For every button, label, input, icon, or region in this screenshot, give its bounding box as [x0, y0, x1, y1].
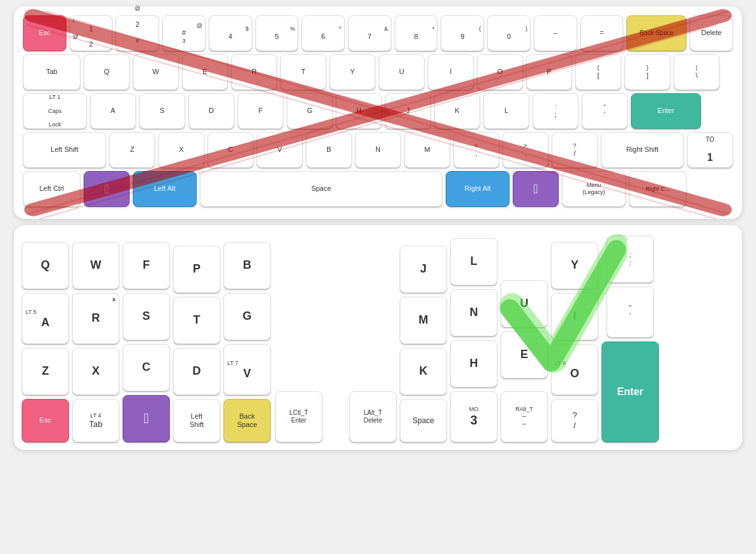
key-d[interactable]: D [188, 93, 234, 129]
key-right-ctrl[interactable]: Right C... [629, 171, 686, 207]
key-b-space[interactable]: Space [400, 399, 447, 442]
key-left-ctrl[interactable]: Left Ctrl [23, 171, 80, 207]
key-5[interactable]: % 5 [255, 15, 299, 51]
key-b-mo3[interactable]: MO 3 [450, 391, 497, 442]
key-right-shift[interactable]: Right Shift [601, 132, 684, 168]
key-b-lctl-enter[interactable]: LCtl_T Enter [275, 391, 322, 442]
key-b-w[interactable]: W [72, 242, 119, 289]
key-l[interactable]: L [483, 93, 529, 129]
key-tab[interactable]: Tab [23, 54, 80, 90]
key-0[interactable]: ) 0 [487, 15, 531, 51]
key-b-d[interactable]: D [173, 348, 220, 395]
key-left-alt[interactable]: Left Alt [133, 171, 197, 207]
key-n[interactable]: N [355, 132, 401, 168]
key-b-i[interactable]: I [551, 293, 598, 340]
key-quote[interactable]: "' [582, 93, 628, 129]
key-period[interactable]: >. [503, 132, 548, 168]
key-equals[interactable]: = [580, 15, 624, 51]
key-b-esc[interactable]: Esc [22, 399, 69, 442]
key-b-left-shift[interactable]: LeftShift [173, 399, 220, 442]
key-7[interactable]: & 7 [348, 15, 391, 51]
key-esc[interactable]: Esc [23, 15, 66, 51]
key-b-g[interactable]: G [223, 293, 271, 340]
key-enter-top[interactable]: Enter [631, 93, 701, 129]
key-b-slash[interactable]: ? / [551, 399, 598, 442]
key-8[interactable]: * 8 [395, 15, 438, 51]
key-delete[interactable]: Delete [690, 15, 733, 51]
key-slash[interactable]: ?/ [552, 132, 598, 168]
key-b-z[interactable]: Z [22, 348, 69, 395]
key-g[interactable]: G [287, 93, 333, 129]
key-b-f[interactable]: F [123, 242, 170, 289]
key-y[interactable]: Y [329, 54, 375, 90]
key-w[interactable]: W [133, 54, 179, 90]
key-apple-right[interactable]:  [513, 171, 559, 207]
key-z[interactable]: Z [109, 132, 155, 168]
key-menu[interactable]: Menu(Legacy) [562, 171, 626, 207]
key-b-y[interactable]: Y [551, 242, 598, 289]
key-semicolon[interactable]: :; [533, 93, 578, 129]
key-b-l[interactable]: L [450, 238, 497, 285]
key-b-r[interactable]: x R [72, 293, 119, 344]
key-q[interactable]: Q [84, 54, 130, 90]
key-b-ralt[interactable]: RAlt_T – – [501, 391, 548, 442]
key-4[interactable]: $ 4 [209, 15, 252, 51]
key-9[interactable]: ( 9 [441, 15, 484, 51]
key-1[interactable]: !1@2 [70, 15, 113, 51]
key-backspace-top[interactable]: Back Space [626, 15, 686, 51]
key-b-s[interactable]: S [123, 293, 170, 340]
key-b-c[interactable]: C [123, 344, 170, 391]
key-2[interactable]: @2#3 [116, 15, 159, 51]
key-p[interactable]: P [526, 54, 572, 90]
key-b-n[interactable]: N [450, 289, 497, 336]
key-to1[interactable]: TO1 [687, 132, 733, 168]
key-u[interactable]: U [379, 54, 425, 90]
key-b-lt4tab[interactable]: LT 4 Tab [72, 399, 119, 442]
key-b-x[interactable]: X [72, 348, 119, 395]
key-right-alt[interactable]: Right Alt [446, 171, 510, 207]
key-s[interactable]: S [139, 93, 185, 129]
key-lbracket[interactable]: {[ [575, 54, 621, 90]
key-b-u[interactable]: U [501, 280, 548, 327]
key-6[interactable]: ^ 6 [301, 15, 345, 51]
key-caps-lock[interactable]: LT 1CapsLock [23, 93, 87, 129]
key-j[interactable]: J [385, 93, 431, 129]
key-b-h[interactable]: H [450, 340, 497, 387]
key-3[interactable]: @ # 3 [162, 15, 206, 51]
key-v[interactable]: V [257, 132, 303, 168]
key-b-p[interactable]: P [173, 246, 220, 293]
key-b-apple[interactable]:  [123, 395, 170, 442]
key-b-b[interactable]: B [223, 242, 271, 289]
key-r[interactable]: R [231, 54, 277, 90]
key-o[interactable]: O [477, 54, 523, 90]
key-h[interactable]: H [336, 93, 382, 129]
key-b-backspace[interactable]: BackSpace [223, 399, 271, 442]
key-e[interactable]: E [182, 54, 228, 90]
key-c[interactable]: C [208, 132, 253, 168]
key-b-lt7v[interactable]: LT 7 V [223, 344, 271, 395]
key-b-lt5a[interactable]: LT 5 A [22, 293, 69, 344]
key-m[interactable]: M [404, 132, 450, 168]
key-minus[interactable]: – [534, 15, 577, 51]
key-i[interactable]: I [428, 54, 474, 90]
key-x[interactable]: X [158, 132, 204, 168]
key-b-j[interactable]: J [400, 246, 447, 293]
key-space[interactable]: Space [200, 171, 442, 207]
key-b-colon1[interactable]: ; : [607, 236, 654, 283]
key-b-e[interactable]: E [501, 331, 548, 378]
key-a[interactable]: A [90, 93, 136, 129]
key-left-shift[interactable]: Left Shift [23, 132, 106, 168]
key-b-k[interactable]: K [400, 348, 447, 395]
key-backslash[interactable]: |\ [674, 54, 720, 90]
key-b-m[interactable]: M [400, 297, 447, 344]
key-b-quote[interactable]: " ' [607, 287, 654, 338]
key-b-t[interactable]: T [173, 297, 220, 344]
key-b[interactable]: B [306, 132, 352, 168]
key-rbracket[interactable]: }] [624, 54, 670, 90]
key-b-lt6o[interactable]: LT 6 O [551, 344, 598, 395]
key-apple-left[interactable]:  [84, 171, 130, 207]
key-b-enter[interactable]: Enter [601, 341, 659, 442]
key-t[interactable]: T [280, 54, 326, 90]
key-k[interactable]: K [434, 93, 480, 129]
key-f[interactable]: F [238, 93, 284, 129]
